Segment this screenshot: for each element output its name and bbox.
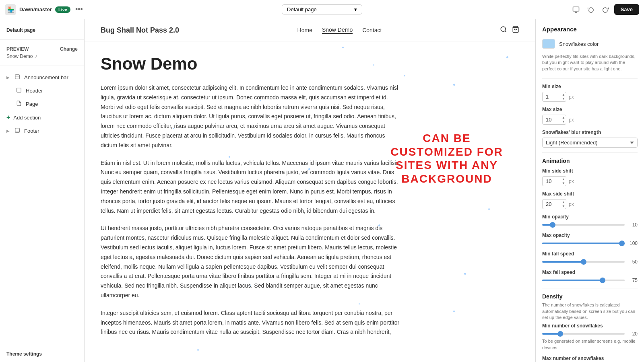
max-snowflakes-row: Max number of snowflakes 100 xyxy=(542,356,638,362)
divider-2 xyxy=(542,152,638,153)
min-side-shift-input-row: ▲ ▼ px xyxy=(542,176,638,186)
blur-label: Snowflakes' blur strength xyxy=(542,130,638,135)
spin-down-3[interactable]: ▼ xyxy=(561,181,566,185)
spin-down-2[interactable]: ▼ xyxy=(561,120,566,124)
site-header: Bug Shall Not Pass 2.0 Home Snow Demo Co… xyxy=(85,19,535,41)
content-area: Lorem ipsum dolor sit amet, consectetur … xyxy=(101,83,519,345)
divider-3 xyxy=(542,288,638,288)
sidebar-item-footer[interactable]: ▶ Footer xyxy=(0,124,84,138)
store-name: Dawn/master xyxy=(19,6,52,12)
preview-label: PREVIEW xyxy=(6,46,29,52)
sidebar-item-page[interactable]: Page xyxy=(0,97,84,111)
max-fall-speed-slider-row: 75 xyxy=(542,278,638,283)
body-paragraph-2: Etiam in nisl est. Ut in lorem molestie,… xyxy=(101,158,402,216)
page-label: Page xyxy=(26,101,38,107)
page-info-section: Default page xyxy=(0,19,84,40)
max-opacity-slider[interactable] xyxy=(542,243,625,244)
preview-value: Snow Demo xyxy=(6,53,33,59)
max-opacity-label: Max opacity xyxy=(542,232,638,238)
min-side-shift-wrap: ▲ ▼ xyxy=(542,176,566,186)
save-button[interactable]: Save xyxy=(614,4,639,15)
body-text-area: Lorem ipsum dolor sit amet, consectetur … xyxy=(101,83,402,345)
site-nav: Home Snow Demo Contact xyxy=(297,27,382,34)
min-fall-speed-slider[interactable] xyxy=(542,261,625,263)
search-icon[interactable] xyxy=(500,26,507,35)
topbar-center: Default page ▾ xyxy=(282,4,362,14)
footer-label: Footer xyxy=(24,128,39,134)
nav-section: ▶ Announcement bar Header Page xyxy=(0,66,84,142)
sidebar-item-announcement-bar[interactable]: ▶ Announcement bar xyxy=(0,71,84,84)
min-side-shift-label: Min side shift xyxy=(542,168,638,174)
min-size-row: Min size ▲ ▼ px xyxy=(542,84,638,102)
store-icon: 🏪 xyxy=(5,4,16,15)
min-size-input-wrap: ▲ ▼ xyxy=(542,92,566,102)
min-fall-speed-slider-row: 50 xyxy=(542,259,638,265)
min-opacity-slider-row: 10 xyxy=(542,222,638,228)
promo-text: CAN BE CUSTOMIZED FOR SITES WITH ANY BAC… xyxy=(390,132,503,185)
main-layout: Default page PREVIEW Change Snow Demo ↗ … xyxy=(0,19,644,362)
min-fall-speed-value: 50 xyxy=(628,259,638,265)
max-opacity-row: Max opacity 100 xyxy=(542,232,638,246)
max-size-unit: px xyxy=(569,117,574,123)
sidebar-bottom: Theme settings xyxy=(0,345,84,362)
body-paragraph-1: Lorem ipsum dolor sit amet, consectetur … xyxy=(101,83,402,150)
canvas-frame: Bug Shall Not Pass 2.0 Home Snow Demo Co… xyxy=(85,19,535,362)
preview-link[interactable]: Snow Demo ↗ xyxy=(6,53,37,59)
nav-contact[interactable]: Contact xyxy=(362,27,382,33)
blur-select[interactable]: Light (Recommended) None Medium Heavy xyxy=(542,138,638,148)
desktop-icon[interactable] xyxy=(570,4,582,16)
max-fall-speed-value: 75 xyxy=(628,278,638,283)
min-snowflakes-slider[interactable] xyxy=(542,333,625,335)
page-selector-label: Default page xyxy=(287,6,317,12)
panel-title: Appearance xyxy=(542,26,638,33)
header-icon xyxy=(15,87,23,94)
spin-buttons-4: ▲ ▼ xyxy=(561,200,566,208)
spin-down-4[interactable]: ▼ xyxy=(561,204,566,208)
spin-buttons-2: ▲ ▼ xyxy=(561,116,566,124)
site-header-icons xyxy=(500,26,519,35)
body-paragraph-3: Ut hendrerit massa justo, porttitor ultr… xyxy=(101,224,402,300)
max-side-shift-row: Max side shift ▲ ▼ px xyxy=(542,191,638,209)
live-badge: Live xyxy=(55,6,70,13)
body-paragraph-4: Integer suscipit ultricies sem, et euism… xyxy=(101,309,402,337)
theme-settings-button[interactable]: Theme settings xyxy=(6,351,42,357)
color-desc: White perfectly fits sites with dark bac… xyxy=(542,53,638,72)
preview-row: PREVIEW Change xyxy=(0,45,84,53)
page-icon xyxy=(15,101,23,107)
min-snowflakes-label: Min number of snowflakes xyxy=(542,323,638,329)
spin-up-3[interactable]: ▲ xyxy=(561,177,566,181)
min-size-label: Min size xyxy=(542,84,638,89)
spin-down[interactable]: ▼ xyxy=(561,97,566,101)
external-link-icon: ↗ xyxy=(34,54,37,59)
spin-up-4[interactable]: ▲ xyxy=(561,200,566,204)
sidebar-item-header[interactable]: Header xyxy=(0,84,84,97)
max-side-shift-unit: px xyxy=(569,202,574,207)
max-opacity-slider-row: 100 xyxy=(542,241,638,246)
max-side-shift-wrap: ▲ ▼ xyxy=(542,199,566,209)
change-button[interactable]: Change xyxy=(60,46,78,52)
spin-up-2[interactable]: ▲ xyxy=(561,116,566,120)
page-selector[interactable]: Default page ▾ xyxy=(282,4,362,14)
redo-button[interactable] xyxy=(600,4,611,15)
nav-home[interactable]: Home xyxy=(297,27,312,33)
color-swatch[interactable] xyxy=(542,39,555,49)
cart-icon[interactable] xyxy=(512,26,519,35)
color-section: Snowflakes color White perfectly fits si… xyxy=(542,39,638,72)
min-snowflakes-desc: To be generated on smaller screens e.g. … xyxy=(542,338,638,351)
chevron-down-icon: ▾ xyxy=(354,6,357,12)
announcement-bar-label: Announcement bar xyxy=(24,74,68,80)
max-fall-speed-slider[interactable] xyxy=(542,280,625,281)
add-section-item[interactable]: + Add section xyxy=(0,111,84,124)
svg-rect-6 xyxy=(15,128,20,133)
more-button[interactable]: ••• xyxy=(74,4,85,15)
nav-snow-demo[interactable]: Snow Demo xyxy=(322,27,353,34)
min-fall-speed-label: Min fall speed xyxy=(542,251,638,257)
min-opacity-value: 10 xyxy=(628,222,638,228)
undo-button[interactable] xyxy=(585,4,597,15)
spin-up[interactable]: ▲ xyxy=(561,93,566,97)
density-label: Density xyxy=(542,293,638,300)
min-fall-speed-row: Min fall speed 50 xyxy=(542,251,638,265)
min-opacity-slider[interactable] xyxy=(542,224,625,226)
max-side-shift-input-row: ▲ ▼ px xyxy=(542,199,638,209)
right-panel: Appearance Snowflakes color White perfec… xyxy=(535,19,644,362)
